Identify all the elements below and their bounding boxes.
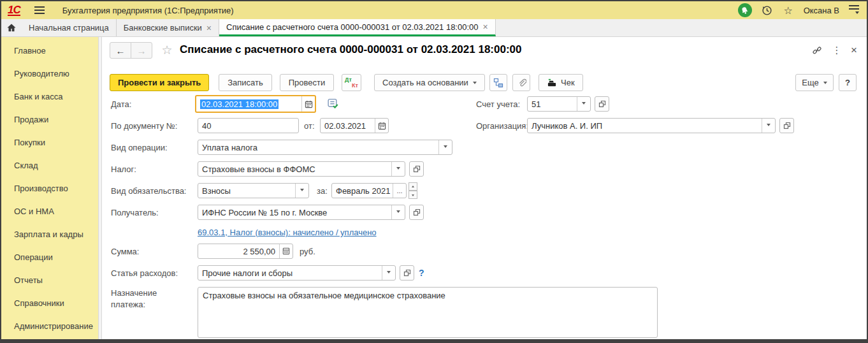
- amount-field[interactable]: 2 550,00: [198, 244, 293, 259]
- open-in-form-icon: [783, 122, 791, 129]
- period-field[interactable]: Февраль 2021 ...: [331, 183, 407, 198]
- post-button[interactable]: Провести: [280, 74, 334, 91]
- currency-label: руб.: [300, 247, 315, 256]
- organization-open-button[interactable]: [779, 118, 794, 133]
- recipient-open-button[interactable]: [409, 205, 424, 220]
- account-field[interactable]: 51: [527, 96, 591, 112]
- tab-close-icon[interactable]: ×: [206, 24, 212, 33]
- tab-home[interactable]: [1, 19, 22, 36]
- open-in-form-icon: [413, 165, 421, 173]
- check-label: Чек: [561, 78, 575, 87]
- settings-menu-icon[interactable]: [849, 5, 859, 16]
- account-value: 51: [528, 99, 577, 109]
- more-button[interactable]: Еще: [795, 74, 834, 91]
- tax-open-button[interactable]: [409, 161, 424, 177]
- notifications-button[interactable]: [738, 3, 752, 17]
- home-icon: [6, 23, 17, 33]
- expense-item-dropdown-button[interactable]: [382, 266, 395, 280]
- sidebar-item-bank-i-kassa[interactable]: Банк и касса: [1, 85, 98, 108]
- create-based-on-button[interactable]: Создать на основании: [374, 74, 485, 91]
- sidebar-item-prodazhi[interactable]: Продажи: [1, 108, 98, 131]
- organization-label: Организация:: [476, 121, 528, 131]
- sidebar-item-zarplata-i-kadry[interactable]: Зарплата и кадры: [1, 223, 98, 245]
- favorite-star-button[interactable]: ☆: [161, 43, 173, 56]
- tab-label: Начальная страница: [29, 23, 109, 33]
- sidebar-item-operacii[interactable]: Операции: [1, 245, 98, 268]
- favorites-button[interactable]: ☆: [783, 4, 794, 16]
- calendar-icon: [305, 100, 313, 108]
- organization-field[interactable]: Лучников А. И. ИП: [527, 118, 776, 133]
- open-in-form-icon: [598, 100, 606, 108]
- document-posted-indicator: [326, 97, 339, 110]
- sidebar-item-pokupki[interactable]: Покупки: [1, 131, 98, 154]
- sidebar-item-glavnoe[interactable]: Главное: [1, 39, 98, 62]
- account-label: Счет учета:: [476, 99, 520, 109]
- sidebar-item-otchety[interactable]: Отчеты: [1, 268, 98, 291]
- tab-spisanie-active[interactable]: Списание с расчетного счета 0000-000031 …: [219, 19, 496, 36]
- sidebar-item-rukovoditelyu[interactable]: Руководителю: [1, 62, 98, 85]
- payment-purpose-field[interactable]: Страховые взносы на обязательное медицин…: [198, 287, 658, 338]
- document-form: ← → ☆ Списание с расчетного счета 0000-0…: [102, 37, 867, 339]
- doc-number-field[interactable]: 40: [198, 118, 299, 133]
- history-button[interactable]: [762, 4, 773, 16]
- tax-field[interactable]: Страховые взносы в ФФОМС: [198, 161, 405, 177]
- organization-dropdown-button[interactable]: [762, 119, 775, 133]
- topbar: 1С Бухгалтерия предприятия (1С:Предприят…: [1, 1, 867, 19]
- link-chain-icon: [812, 45, 822, 55]
- tab-close-icon[interactable]: ×: [483, 22, 488, 31]
- spinner-up-icon[interactable]: [409, 182, 417, 191]
- close-icon: ×: [851, 44, 857, 57]
- expense-item-field[interactable]: Прочие налоги и сборы: [198, 265, 396, 281]
- period-spinner[interactable]: [409, 182, 417, 199]
- back-button[interactable]: ←: [110, 42, 131, 59]
- account-dropdown-button[interactable]: [577, 97, 590, 111]
- expense-item-help-link[interactable]: ?: [419, 268, 424, 278]
- help-button[interactable]: ?: [839, 74, 857, 91]
- spinner-down-icon[interactable]: [409, 191, 417, 199]
- date-calendar-button[interactable]: [301, 96, 315, 112]
- date-field[interactable]: 02.03.2021 18:00:00: [195, 95, 316, 113]
- obligation-dropdown-button[interactable]: [295, 184, 308, 198]
- sidebar-item-sklad[interactable]: Склад: [1, 154, 98, 177]
- account-open-button[interactable]: [595, 96, 609, 112]
- back-arrow-icon: ←: [116, 45, 126, 56]
- create-based-on-label: Создать на основании: [382, 78, 468, 87]
- post-and-close-button[interactable]: Провести и закрыть: [110, 74, 209, 91]
- attachments-button[interactable]: [512, 74, 530, 91]
- obligation-type-value: Взносы: [198, 186, 295, 196]
- obligation-type-field[interactable]: Взносы: [198, 183, 309, 198]
- doc-date-field[interactable]: 02.03.2021: [320, 118, 389, 133]
- operation-type-dropdown-button[interactable]: [438, 140, 452, 154]
- expense-item-value: Прочие налоги и сборы: [198, 268, 382, 278]
- doc-date-calendar-button[interactable]: [375, 119, 388, 133]
- check-button[interactable]: Чек: [539, 74, 583, 91]
- tax-account-link[interactable]: 69.03.1, Налог (взносы): начислено / упл…: [198, 228, 377, 237]
- period-label: за:: [317, 186, 328, 196]
- save-button[interactable]: Записать: [219, 74, 272, 91]
- recipient-dropdown-button[interactable]: [391, 205, 405, 219]
- sidebar-item-administrirovanie[interactable]: Администрирование: [1, 314, 98, 337]
- organization-value: Лучников А. И. ИП: [528, 121, 762, 131]
- get-link-button[interactable]: [811, 44, 823, 57]
- tab-bankovskie-vypiski[interactable]: Банковские выписки ×: [117, 19, 219, 36]
- operation-type-field[interactable]: Уплата налога: [198, 140, 452, 155]
- sidebar-item-proizvodstvo[interactable]: Производство: [1, 177, 98, 200]
- amount-calculator-button[interactable]: [279, 244, 293, 258]
- forward-button[interactable]: →: [131, 42, 152, 59]
- paperclip-icon: [517, 78, 526, 87]
- sidebar-item-spravochniki[interactable]: Справочники: [1, 291, 98, 314]
- dt-kt-postings-button[interactable]: Дт Кт: [342, 74, 361, 91]
- period-choose-button[interactable]: ...: [393, 184, 406, 198]
- related-documents-button[interactable]: [489, 74, 507, 91]
- chevron-down-icon: [396, 210, 400, 215]
- close-form-button[interactable]: ×: [848, 44, 860, 57]
- more-actions-button[interactable]: ⋮: [830, 44, 843, 57]
- chevron-down-icon: [387, 271, 391, 275]
- recipient-field[interactable]: ИФНС России № 15 по г. Москве: [198, 205, 405, 220]
- tax-dropdown-button[interactable]: [391, 162, 405, 176]
- tab-nachalnaya-stranica[interactable]: Начальная страница: [22, 19, 117, 36]
- main-menu-icon[interactable]: [34, 6, 45, 14]
- sidebar-item-os-i-nma[interactable]: ОС и НМА: [1, 200, 98, 223]
- current-user[interactable]: Оксана В: [804, 6, 839, 15]
- expense-item-open-button[interactable]: [400, 265, 414, 281]
